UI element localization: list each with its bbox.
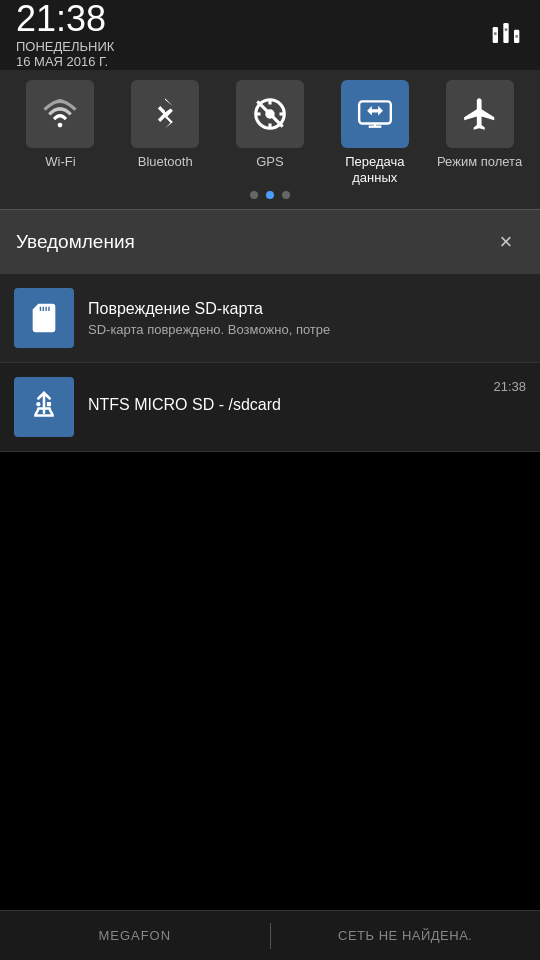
notification-icon-sdcard — [14, 288, 74, 348]
time-block: 21:38 ПОНЕДЕЛЬНИК 16 МАЯ 2016 Г. — [16, 1, 114, 69]
datatransfer-button[interactable] — [341, 80, 409, 148]
notification-sd-damage[interactable]: Повреждение SD-карта SD-карта повреждено… — [0, 274, 540, 363]
svg-rect-5 — [515, 35, 518, 38]
svg-rect-17 — [41, 321, 47, 324]
network-status: СЕТЬ НЕ НАЙДЕНА. — [271, 928, 541, 943]
svg-line-13 — [257, 101, 282, 126]
bluetooth-button[interactable] — [131, 80, 199, 148]
datatransfer-label: Передача данных — [327, 154, 423, 185]
toggle-bluetooth[interactable]: Bluetooth — [117, 80, 213, 170]
airplane-icon — [461, 95, 499, 133]
page-dots — [8, 185, 532, 203]
wifi-label: Wi-Fi — [45, 154, 75, 170]
notification-ntfs-sd-title: NTFS MICRO SD - /sdcard — [88, 396, 483, 414]
notification-ntfs-sd[interactable]: NTFS MICRO SD - /sdcard 21:38 — [0, 363, 540, 452]
status-icons — [488, 17, 524, 53]
notification-ntfs-sd-content: NTFS MICRO SD - /sdcard — [88, 396, 483, 418]
dot-3[interactable] — [282, 191, 290, 199]
quick-settings-panel: Wi-Fi Bluetooth — [0, 70, 540, 209]
notification-sd-damage-title: Повреждение SD-карта — [88, 300, 526, 318]
wifi-icon — [41, 95, 79, 133]
toggle-wifi[interactable]: Wi-Fi — [12, 80, 108, 170]
svg-point-6 — [58, 123, 63, 128]
gps-button[interactable] — [236, 80, 304, 148]
svg-rect-14 — [359, 101, 391, 123]
carrier-name: MEGAFON — [0, 928, 270, 943]
svg-rect-19 — [47, 402, 51, 406]
datatransfer-icon — [356, 95, 394, 133]
usb-icon — [27, 390, 61, 424]
status-bar: 21:38 ПОНЕДЕЛЬНИК 16 МАЯ 2016 Г. — [0, 0, 540, 70]
sdcard-icon — [27, 301, 61, 335]
bottom-bar: MEGAFON СЕТЬ НЕ НАЙДЕНА. — [0, 910, 540, 960]
notification-ntfs-sd-time: 21:38 — [493, 379, 526, 394]
quick-toggles-row: Wi-Fi Bluetooth — [8, 80, 532, 185]
airplane-button[interactable] — [446, 80, 514, 148]
gps-label: GPS — [256, 154, 283, 170]
notification-sd-damage-content: Повреждение SD-карта SD-карта повреждено… — [88, 300, 526, 337]
toggle-airplane[interactable]: Режим полета — [432, 80, 528, 170]
bluetooth-icon — [146, 95, 184, 133]
date-display: ПОНЕДЕЛЬНИК 16 МАЯ 2016 Г. — [16, 39, 114, 69]
notification-sd-damage-body: SD-карта повреждено. Возможно, потре — [88, 322, 526, 337]
notification-icon-usb — [14, 377, 74, 437]
dot-2[interactable] — [266, 191, 274, 199]
equalizer-icon — [488, 17, 524, 53]
wifi-button[interactable] — [26, 80, 94, 148]
notifications-header: Уведомления × — [0, 209, 540, 274]
toggle-datatransfer[interactable]: Передача данных — [327, 80, 423, 185]
notifications-title: Уведомления — [16, 231, 135, 253]
airplane-label: Режим полета — [437, 154, 522, 170]
gps-icon — [251, 95, 289, 133]
dot-1[interactable] — [250, 191, 258, 199]
svg-point-18 — [36, 402, 40, 406]
close-notifications-button[interactable]: × — [488, 224, 524, 260]
clock-time: 21:38 — [16, 1, 114, 37]
toggle-gps[interactable]: GPS — [222, 80, 318, 170]
svg-rect-1 — [503, 23, 508, 43]
bluetooth-label: Bluetooth — [138, 154, 193, 170]
svg-rect-4 — [505, 28, 508, 31]
svg-rect-3 — [494, 32, 497, 35]
